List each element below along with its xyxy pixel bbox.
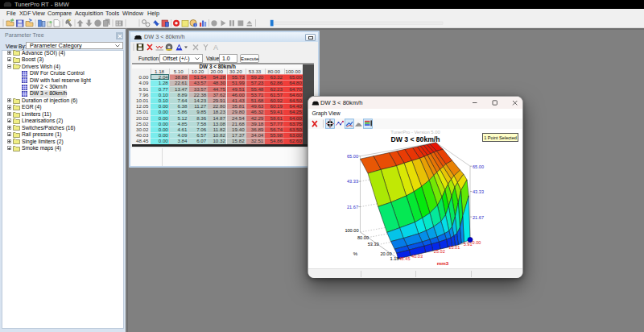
svg-text:A: A — [213, 44, 218, 52]
svg-text:5.91: 5.91 — [464, 242, 473, 247]
svg-text:43.33: 43.33 — [347, 179, 358, 184]
svg-text:%: % — [353, 251, 358, 256]
svg-text:48.45: 48.45 — [399, 256, 411, 261]
svg-text:65.00: 65.00 — [473, 164, 484, 168]
svg-text:21.67: 21.67 — [473, 214, 484, 219]
svg-text:0.00: 0.00 — [473, 239, 481, 244]
svg-text:43.33: 43.33 — [473, 189, 484, 194]
svg-text:53.33: 53.33 — [368, 242, 379, 247]
svg-text:21.67: 21.67 — [347, 204, 358, 209]
svg-text:i: i — [195, 23, 196, 27]
svg-text:20.00: 20.00 — [381, 251, 392, 255]
svg-text:15.01: 15.01 — [448, 245, 460, 250]
svg-text:mm3: mm3 — [437, 260, 449, 266]
svg-text:1.18: 1.18 — [390, 255, 399, 260]
svg-text:40.03: 40.03 — [411, 253, 423, 258]
svg-text:25.02: 25.02 — [434, 248, 445, 253]
svg-text:100.00: 100.00 — [345, 228, 358, 233]
svg-text:65.00: 65.00 — [347, 153, 358, 158]
svg-text:80.00: 80.00 — [357, 234, 369, 239]
